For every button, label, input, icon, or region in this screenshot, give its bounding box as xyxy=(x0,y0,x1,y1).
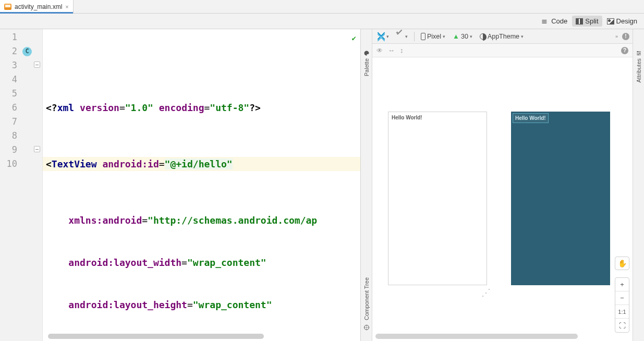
preview-surface-light[interactable]: Hello World! xyxy=(388,112,487,285)
view-mode-design[interactable]: Design xyxy=(603,16,641,27)
view-mode-design-label: Design xyxy=(616,17,637,25)
attributes-tool-button[interactable]: Attributes xyxy=(636,50,642,82)
inspection-ok-icon[interactable]: ✔ xyxy=(352,31,356,45)
preview-surface-blueprint[interactable]: Hello World! xyxy=(511,112,610,285)
view-options-button[interactable] xyxy=(376,46,383,54)
design-canvas[interactable]: Hello World! Hello World! ⋰ ✋ + − 1:1 ⛶ xyxy=(372,57,633,341)
svg-point-1 xyxy=(637,51,638,52)
tree-icon xyxy=(363,324,370,331)
line-number: 6 xyxy=(12,101,17,115)
theme-picker[interactable]: AppTheme▾ xyxy=(478,32,526,41)
line-number: 9 xyxy=(12,143,17,157)
palette-tool-button[interactable]: Palette xyxy=(363,50,370,76)
preview-text-light[interactable]: Hello World! xyxy=(388,112,487,123)
zoom-panel: + − 1:1 ⛶ xyxy=(615,277,629,333)
line-number: 7 xyxy=(12,115,17,129)
line-number: 3 xyxy=(12,58,17,72)
width-mode-button[interactable] xyxy=(388,46,395,54)
code-token: xml xyxy=(57,102,75,113)
phone-icon xyxy=(421,33,426,40)
view-mode-code[interactable]: Code xyxy=(538,16,571,27)
resize-grip-icon[interactable]: ⋰ xyxy=(481,287,491,296)
code-token: "utf-8" xyxy=(210,102,249,113)
close-tab-icon[interactable]: × xyxy=(65,4,68,10)
height-mode-button[interactable] xyxy=(400,46,404,54)
api-picker[interactable]: ▲30▾ xyxy=(451,32,475,41)
preview-text-blueprint[interactable]: Hello World! xyxy=(513,113,549,123)
pan-tool-button[interactable]: ✋ xyxy=(615,257,629,270)
gutter-marker-icon[interactable]: C xyxy=(22,47,32,56)
fold-icon[interactable] xyxy=(34,62,40,68)
line-number: 5 xyxy=(12,87,17,101)
zoom-out-button[interactable]: − xyxy=(615,291,629,305)
code-token: "wrap_content" xyxy=(187,257,266,268)
zoom-reset-button[interactable]: 1:1 xyxy=(615,305,629,319)
line-number: 1 xyxy=(12,30,17,44)
toolbar-separator xyxy=(414,32,415,41)
svg-point-2 xyxy=(639,53,640,54)
theme-label: AppTheme xyxy=(488,33,519,40)
line-number: 10 xyxy=(7,157,17,171)
api-label: 30 xyxy=(461,33,468,40)
help-button[interactable]: ? xyxy=(621,47,628,54)
view-mode-split-label: Split xyxy=(585,17,598,25)
chevron-down-icon: ▾ xyxy=(386,34,389,39)
component-tree-tool-button[interactable]: Component Tree xyxy=(363,277,370,331)
palette-icon xyxy=(363,50,370,56)
fold-icon[interactable] xyxy=(34,146,40,152)
editor-horizontal-scrollbar[interactable] xyxy=(48,334,356,339)
code-token: xmlns:android xyxy=(68,215,142,226)
toolbar-overflow-button[interactable]: » xyxy=(615,34,618,39)
view-mode-code-label: Code xyxy=(551,17,567,25)
code-token: android:layout_width xyxy=(68,257,181,268)
surface-select-button[interactable]: ▾ xyxy=(375,32,391,41)
scrollbar-thumb[interactable] xyxy=(48,334,264,339)
chevron-down-icon: ▾ xyxy=(405,34,408,39)
scrollbar-thumb[interactable] xyxy=(375,334,578,339)
code-view-icon xyxy=(542,18,549,25)
design-horizontal-scrollbar[interactable] xyxy=(375,334,611,339)
view-mode-split[interactable]: Split xyxy=(572,16,602,27)
warnings-button[interactable]: ! xyxy=(622,33,629,40)
orientation-button[interactable]: ▾ xyxy=(394,32,410,41)
code-text-area[interactable]: ✔ <?xml version="1.0" encoding="utf-8"?>… xyxy=(43,29,360,341)
code-token: ?> xyxy=(249,102,261,113)
code-token: "@+id/hello" xyxy=(165,159,233,169)
code-token: <? xyxy=(46,102,57,113)
editor-gutter: 1 2 C 3 4 5 6 7 8 9 10 xyxy=(0,29,43,341)
design-view-icon xyxy=(607,18,614,25)
design-panel: Palette Component Tree ▾ ▾ Pixel▾ ▲30▾ A… xyxy=(361,29,644,341)
line-number: 4 xyxy=(12,72,17,87)
code-token: android:layout_height xyxy=(68,299,187,310)
code-token: TextView xyxy=(52,159,97,169)
left-tool-strip: Palette Component Tree xyxy=(361,29,372,341)
code-token: < xyxy=(46,159,52,169)
device-picker[interactable]: Pixel▾ xyxy=(419,32,447,41)
zoom-in-button[interactable]: + xyxy=(615,278,629,291)
code-token: version xyxy=(80,102,119,113)
palette-label: Palette xyxy=(363,58,370,76)
chevron-down-icon: ▾ xyxy=(470,34,472,39)
preview-area: ▾ ▾ Pixel▾ ▲30▾ AppTheme▾ » ! ? xyxy=(372,29,633,341)
sliders-icon xyxy=(636,50,642,56)
android-icon: ▲ xyxy=(453,33,459,40)
xml-file-icon xyxy=(4,4,11,10)
svg-point-3 xyxy=(638,54,639,55)
file-tab-activity-main[interactable]: activity_main.xml × xyxy=(0,0,74,13)
component-tree-label: Component Tree xyxy=(363,277,370,320)
line-number: 8 xyxy=(12,129,17,143)
right-tool-strip: Attributes xyxy=(633,29,644,341)
code-token: encoding xyxy=(159,102,204,113)
code-token: android:id xyxy=(102,159,159,169)
code-token: "1.0" xyxy=(125,102,153,113)
chevron-down-icon: ▾ xyxy=(443,34,445,39)
device-label: Pixel xyxy=(427,33,441,40)
split-view-icon xyxy=(576,18,583,25)
design-toolbar: ▾ ▾ Pixel▾ ▲30▾ AppTheme▾ » ! xyxy=(372,29,633,44)
code-token: "http://schemas.android.com/ap xyxy=(148,215,317,226)
code-editor[interactable]: 1 2 C 3 4 5 6 7 8 9 10 ✔ <?xml version="… xyxy=(0,29,361,341)
main-split: 1 2 C 3 4 5 6 7 8 9 10 ✔ <?xml version="… xyxy=(0,29,644,341)
zoom-fit-button[interactable]: ⛶ xyxy=(615,319,629,332)
theme-icon xyxy=(480,33,486,40)
wand-icon xyxy=(396,33,404,40)
